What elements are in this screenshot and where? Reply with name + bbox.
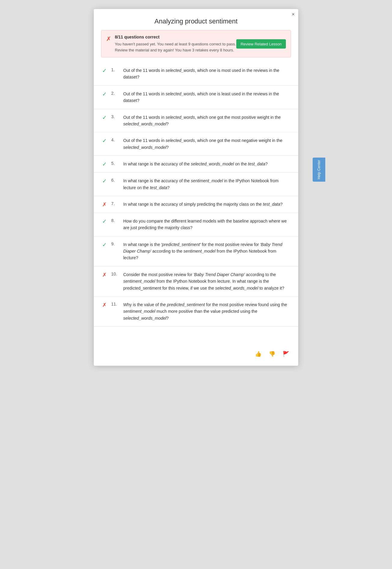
question-text: In what range is the accuracy of simply …	[123, 201, 283, 208]
correct-icon: ✓	[101, 67, 108, 74]
question-text: Out of the 11 words in selected_words, w…	[123, 67, 291, 81]
question-text: In what range is the accuracy of the sen…	[123, 177, 291, 191]
flag-button[interactable]: 🚩	[281, 349, 291, 358]
correct-icon: ✓	[101, 91, 108, 97]
question-number: 2.	[111, 91, 120, 96]
correct-icon: ✓	[101, 161, 108, 168]
wrong-icon: ✗	[101, 302, 108, 308]
footer-actions: 👍 👎 🚩	[94, 345, 298, 360]
correct-icon: ✓	[101, 178, 108, 184]
question-number: 3.	[111, 114, 120, 119]
correct-icon: ✓	[101, 218, 108, 225]
wrong-icon: ✗	[101, 272, 108, 278]
score-content: 8/11 questions correct You haven't passe…	[115, 35, 236, 53]
correct-icon: ✓	[101, 137, 108, 144]
question-number: 5.	[111, 161, 120, 166]
question-text: How do you compare the different learned…	[123, 218, 291, 231]
help-center-tab[interactable]: Help Center	[313, 158, 325, 182]
score-banner: ✗ 8/11 questions correct You haven't pas…	[101, 30, 291, 57]
question-number: 11.	[111, 302, 120, 306]
correct-icon: ✓	[101, 241, 108, 248]
question-item: ✓ 1. Out of the 11 words in selected_wor…	[94, 62, 298, 86]
question-number: 7.	[111, 201, 120, 206]
page-wrapper: × Analyzing product sentiment ✗ 8/11 que…	[6, 6, 386, 569]
questions-list: ✓ 1. Out of the 11 words in selected_wor…	[94, 62, 298, 345]
question-item: ✗ 10. Consider the most positive review …	[94, 266, 298, 297]
fail-icon: ✗	[106, 35, 111, 42]
question-text: Why is the value of the predicted_sentim…	[123, 301, 291, 321]
review-related-lesson-button[interactable]: Review Related Lesson	[236, 39, 286, 48]
question-item: ✓ 3. Out of the 11 words in selected_wor…	[94, 109, 298, 133]
question-item: ✓ 5. In what range is the accuracy of th…	[94, 156, 298, 173]
modal: × Analyzing product sentiment ✗ 8/11 que…	[94, 9, 298, 366]
question-item: ✗ 7. In what range is the accuracy of si…	[94, 196, 298, 213]
thumbs-down-button[interactable]: 👎	[267, 349, 277, 358]
correct-icon: ✓	[101, 114, 108, 121]
question-number: 1.	[111, 67, 120, 72]
question-item: ✓ 4. Out of the 11 words in selected_wor…	[94, 132, 298, 156]
question-item: ✓ 9. In what range is the 'predicted_sen…	[94, 236, 298, 266]
question-text: Consider the most positive review for 'B…	[123, 271, 291, 291]
question-number: 10.	[111, 272, 120, 276]
close-button[interactable]: ×	[292, 12, 295, 17]
question-number: 8.	[111, 218, 120, 223]
question-item: ✓ 2. Out of the 11 words in selected_wor…	[94, 86, 298, 109]
question-text: In what range is the accuracy of the sel…	[123, 161, 268, 167]
spacer	[94, 327, 298, 345]
question-text: Out of the 11 words in selected_words, w…	[123, 137, 291, 151]
question-text: Out of the 11 words in selected_words, w…	[123, 114, 291, 128]
modal-title: Analyzing product sentiment	[94, 9, 298, 30]
question-number: 9.	[111, 241, 120, 246]
thumbs-up-button[interactable]: 👍	[253, 349, 263, 358]
question-text: In what range is the 'predicted_sentimen…	[123, 241, 291, 261]
question-item: ✓ 6. In what range is the accuracy of th…	[94, 173, 298, 196]
score-label: 8/11 questions correct	[115, 35, 236, 39]
question-number: 6.	[111, 178, 120, 183]
question-number: 4.	[111, 137, 120, 142]
score-description: You haven't passed yet. You need at leas…	[115, 41, 236, 53]
question-text: Out of the 11 words in selected_words, w…	[123, 91, 291, 104]
question-item: ✗ 11. Why is the value of the predicted_…	[94, 297, 298, 327]
wrong-icon: ✗	[101, 201, 108, 208]
question-item: ✓ 8. How do you compare the different le…	[94, 213, 298, 236]
